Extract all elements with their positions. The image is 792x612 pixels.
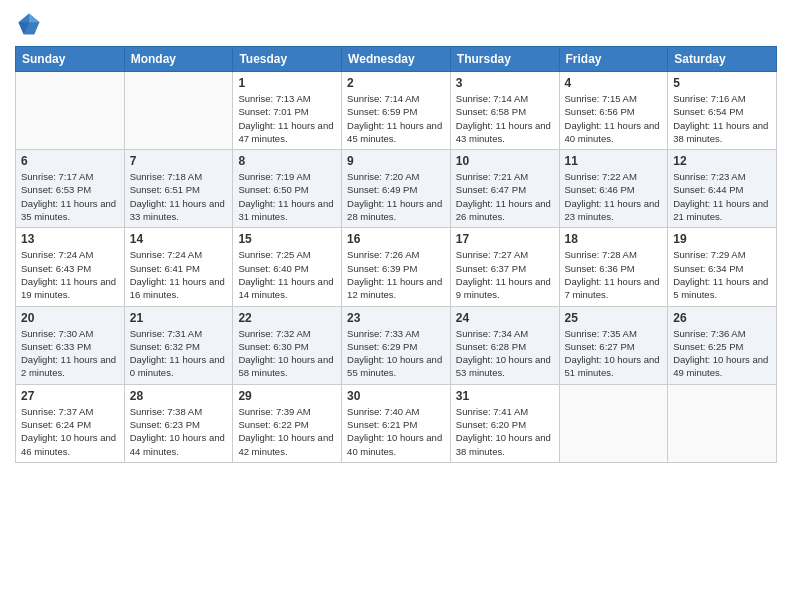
day-number: 17	[456, 232, 554, 246]
calendar-cell: 24Sunrise: 7:34 AM Sunset: 6:28 PM Dayli…	[450, 306, 559, 384]
calendar-cell: 13Sunrise: 7:24 AM Sunset: 6:43 PM Dayli…	[16, 228, 125, 306]
day-number: 28	[130, 389, 228, 403]
calendar-cell: 7Sunrise: 7:18 AM Sunset: 6:51 PM Daylig…	[124, 150, 233, 228]
day-number: 10	[456, 154, 554, 168]
day-info: Sunrise: 7:18 AM Sunset: 6:51 PM Dayligh…	[130, 170, 228, 223]
day-number: 4	[565, 76, 663, 90]
calendar-week-row: 20Sunrise: 7:30 AM Sunset: 6:33 PM Dayli…	[16, 306, 777, 384]
calendar-cell: 8Sunrise: 7:19 AM Sunset: 6:50 PM Daylig…	[233, 150, 342, 228]
day-number: 15	[238, 232, 336, 246]
day-info: Sunrise: 7:40 AM Sunset: 6:21 PM Dayligh…	[347, 405, 445, 458]
calendar-cell: 23Sunrise: 7:33 AM Sunset: 6:29 PM Dayli…	[342, 306, 451, 384]
day-info: Sunrise: 7:24 AM Sunset: 6:41 PM Dayligh…	[130, 248, 228, 301]
calendar-cell: 25Sunrise: 7:35 AM Sunset: 6:27 PM Dayli…	[559, 306, 668, 384]
day-info: Sunrise: 7:34 AM Sunset: 6:28 PM Dayligh…	[456, 327, 554, 380]
day-number: 27	[21, 389, 119, 403]
calendar-cell: 21Sunrise: 7:31 AM Sunset: 6:32 PM Dayli…	[124, 306, 233, 384]
calendar-cell: 12Sunrise: 7:23 AM Sunset: 6:44 PM Dayli…	[668, 150, 777, 228]
day-number: 1	[238, 76, 336, 90]
calendar-cell: 17Sunrise: 7:27 AM Sunset: 6:37 PM Dayli…	[450, 228, 559, 306]
day-info: Sunrise: 7:21 AM Sunset: 6:47 PM Dayligh…	[456, 170, 554, 223]
calendar-cell: 14Sunrise: 7:24 AM Sunset: 6:41 PM Dayli…	[124, 228, 233, 306]
day-info: Sunrise: 7:16 AM Sunset: 6:54 PM Dayligh…	[673, 92, 771, 145]
calendar-cell: 16Sunrise: 7:26 AM Sunset: 6:39 PM Dayli…	[342, 228, 451, 306]
calendar-cell: 27Sunrise: 7:37 AM Sunset: 6:24 PM Dayli…	[16, 384, 125, 462]
day-number: 29	[238, 389, 336, 403]
calendar-cell: 10Sunrise: 7:21 AM Sunset: 6:47 PM Dayli…	[450, 150, 559, 228]
day-info: Sunrise: 7:32 AM Sunset: 6:30 PM Dayligh…	[238, 327, 336, 380]
calendar-cell: 22Sunrise: 7:32 AM Sunset: 6:30 PM Dayli…	[233, 306, 342, 384]
logo	[15, 10, 47, 38]
calendar-cell	[559, 384, 668, 462]
calendar-cell	[16, 72, 125, 150]
day-number: 19	[673, 232, 771, 246]
calendar-cell: 29Sunrise: 7:39 AM Sunset: 6:22 PM Dayli…	[233, 384, 342, 462]
calendar-day-header: Thursday	[450, 47, 559, 72]
day-info: Sunrise: 7:20 AM Sunset: 6:49 PM Dayligh…	[347, 170, 445, 223]
day-info: Sunrise: 7:35 AM Sunset: 6:27 PM Dayligh…	[565, 327, 663, 380]
day-info: Sunrise: 7:14 AM Sunset: 6:59 PM Dayligh…	[347, 92, 445, 145]
logo-icon	[15, 10, 43, 38]
page: SundayMondayTuesdayWednesdayThursdayFrid…	[0, 0, 792, 612]
day-info: Sunrise: 7:30 AM Sunset: 6:33 PM Dayligh…	[21, 327, 119, 380]
day-number: 12	[673, 154, 771, 168]
calendar-cell: 6Sunrise: 7:17 AM Sunset: 6:53 PM Daylig…	[16, 150, 125, 228]
day-info: Sunrise: 7:23 AM Sunset: 6:44 PM Dayligh…	[673, 170, 771, 223]
calendar-cell	[668, 384, 777, 462]
day-number: 16	[347, 232, 445, 246]
calendar-day-header: Friday	[559, 47, 668, 72]
day-number: 9	[347, 154, 445, 168]
calendar-cell: 31Sunrise: 7:41 AM Sunset: 6:20 PM Dayli…	[450, 384, 559, 462]
calendar-cell: 30Sunrise: 7:40 AM Sunset: 6:21 PM Dayli…	[342, 384, 451, 462]
day-info: Sunrise: 7:29 AM Sunset: 6:34 PM Dayligh…	[673, 248, 771, 301]
day-info: Sunrise: 7:15 AM Sunset: 6:56 PM Dayligh…	[565, 92, 663, 145]
day-number: 18	[565, 232, 663, 246]
day-number: 21	[130, 311, 228, 325]
day-number: 31	[456, 389, 554, 403]
calendar-week-row: 27Sunrise: 7:37 AM Sunset: 6:24 PM Dayli…	[16, 384, 777, 462]
calendar-cell: 9Sunrise: 7:20 AM Sunset: 6:49 PM Daylig…	[342, 150, 451, 228]
header	[15, 10, 777, 38]
day-info: Sunrise: 7:14 AM Sunset: 6:58 PM Dayligh…	[456, 92, 554, 145]
calendar-cell: 19Sunrise: 7:29 AM Sunset: 6:34 PM Dayli…	[668, 228, 777, 306]
day-info: Sunrise: 7:19 AM Sunset: 6:50 PM Dayligh…	[238, 170, 336, 223]
day-info: Sunrise: 7:39 AM Sunset: 6:22 PM Dayligh…	[238, 405, 336, 458]
day-number: 6	[21, 154, 119, 168]
calendar-day-header: Wednesday	[342, 47, 451, 72]
calendar-cell	[124, 72, 233, 150]
calendar-day-header: Tuesday	[233, 47, 342, 72]
day-info: Sunrise: 7:28 AM Sunset: 6:36 PM Dayligh…	[565, 248, 663, 301]
day-number: 5	[673, 76, 771, 90]
day-info: Sunrise: 7:36 AM Sunset: 6:25 PM Dayligh…	[673, 327, 771, 380]
day-info: Sunrise: 7:26 AM Sunset: 6:39 PM Dayligh…	[347, 248, 445, 301]
day-number: 25	[565, 311, 663, 325]
day-number: 30	[347, 389, 445, 403]
calendar-day-header: Monday	[124, 47, 233, 72]
day-info: Sunrise: 7:13 AM Sunset: 7:01 PM Dayligh…	[238, 92, 336, 145]
day-info: Sunrise: 7:27 AM Sunset: 6:37 PM Dayligh…	[456, 248, 554, 301]
day-info: Sunrise: 7:31 AM Sunset: 6:32 PM Dayligh…	[130, 327, 228, 380]
day-number: 7	[130, 154, 228, 168]
calendar-week-row: 6Sunrise: 7:17 AM Sunset: 6:53 PM Daylig…	[16, 150, 777, 228]
calendar-cell: 1Sunrise: 7:13 AM Sunset: 7:01 PM Daylig…	[233, 72, 342, 150]
calendar-cell: 11Sunrise: 7:22 AM Sunset: 6:46 PM Dayli…	[559, 150, 668, 228]
calendar-cell: 15Sunrise: 7:25 AM Sunset: 6:40 PM Dayli…	[233, 228, 342, 306]
svg-marker-1	[29, 14, 40, 23]
day-info: Sunrise: 7:41 AM Sunset: 6:20 PM Dayligh…	[456, 405, 554, 458]
day-number: 20	[21, 311, 119, 325]
day-info: Sunrise: 7:24 AM Sunset: 6:43 PM Dayligh…	[21, 248, 119, 301]
day-number: 14	[130, 232, 228, 246]
calendar-header-row: SundayMondayTuesdayWednesdayThursdayFrid…	[16, 47, 777, 72]
calendar-day-header: Saturday	[668, 47, 777, 72]
day-number: 23	[347, 311, 445, 325]
calendar-cell: 2Sunrise: 7:14 AM Sunset: 6:59 PM Daylig…	[342, 72, 451, 150]
day-number: 24	[456, 311, 554, 325]
day-number: 11	[565, 154, 663, 168]
calendar-cell: 26Sunrise: 7:36 AM Sunset: 6:25 PM Dayli…	[668, 306, 777, 384]
calendar-week-row: 1Sunrise: 7:13 AM Sunset: 7:01 PM Daylig…	[16, 72, 777, 150]
day-info: Sunrise: 7:38 AM Sunset: 6:23 PM Dayligh…	[130, 405, 228, 458]
day-number: 2	[347, 76, 445, 90]
calendar-cell: 3Sunrise: 7:14 AM Sunset: 6:58 PM Daylig…	[450, 72, 559, 150]
calendar-table: SundayMondayTuesdayWednesdayThursdayFrid…	[15, 46, 777, 463]
calendar-week-row: 13Sunrise: 7:24 AM Sunset: 6:43 PM Dayli…	[16, 228, 777, 306]
